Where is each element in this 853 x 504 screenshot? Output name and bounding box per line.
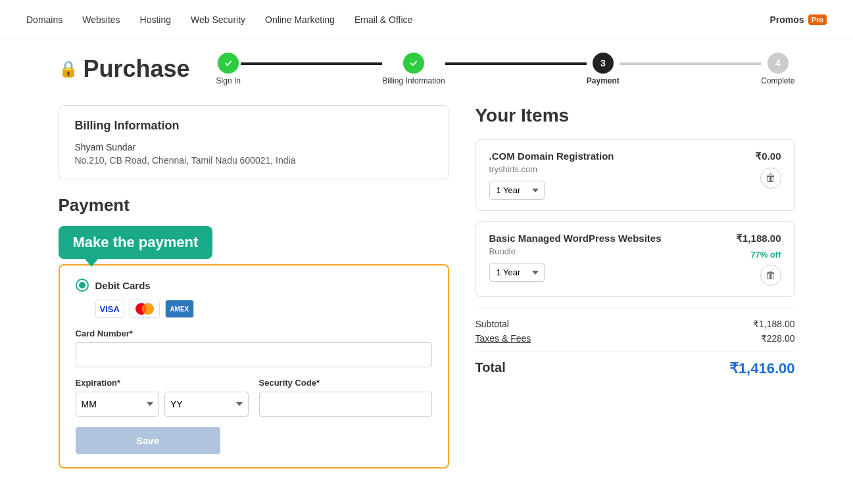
item-1-name: Basic Managed WordPress Websites (489, 233, 737, 244)
billing-name: Shyam Sundar (75, 142, 433, 152)
lock-icon: 🔒 (59, 60, 78, 78)
right-column: Your Items .COM Domain Registration trys… (475, 105, 795, 469)
left-column: Billing Information Shyam Sundar No.210,… (59, 105, 449, 469)
item-card-0: .COM Domain Registration tryshirts.com 1… (475, 139, 795, 211)
debit-card-option[interactable]: Debit Cards (76, 279, 432, 292)
step-3-label: Payment (587, 76, 620, 85)
item-0-name: .COM Domain Registration (489, 150, 756, 162)
main-layout: Billing Information Shyam Sundar No.210,… (59, 105, 795, 469)
item-1-info: Basic Managed WordPress Websites Bundle … (489, 233, 737, 282)
totals-section: Subtotal ₹1,188.00 Taxes & Fees ₹228.00 … (475, 308, 795, 388)
taxes-value: ₹228.00 (761, 333, 795, 344)
step-1-circle (218, 53, 239, 74)
security-code-label: Security Code* (259, 378, 432, 388)
debit-cards-label: Debit Cards (95, 280, 151, 291)
step-2-circle (403, 53, 424, 74)
step-4-label: Complete (761, 76, 794, 85)
billing-address: No.210, CB Road, Chennai, Tamil Nadu 600… (75, 155, 433, 166)
line-3-4 (620, 62, 761, 65)
item-0-price: ₹0.00 (755, 150, 781, 162)
nav-domains[interactable]: Domains (26, 14, 62, 25)
pro-badge: Pro (808, 14, 827, 25)
subtotal-label: Subtotal (475, 319, 509, 329)
your-items-title: Your Items (475, 105, 795, 126)
payment-section-title: Payment (59, 195, 449, 216)
nav-hosting[interactable]: Hosting (140, 14, 171, 25)
step-2-label: Billing Information (382, 76, 445, 85)
subtotal-value: ₹1,188.00 (753, 319, 795, 329)
payment-form-card: Debit Cards VISA AMEX Card Numbe (59, 264, 449, 469)
radio-debit (76, 279, 89, 292)
expiration-label: Expiration* (76, 378, 249, 388)
line-1-2 (241, 62, 382, 65)
promos-button[interactable]: Promos Pro (770, 14, 827, 25)
visa-icon: VISA (95, 300, 124, 318)
item-0-year-wrap: 1 Year2 Years3 Years5 Years (489, 181, 756, 200)
expiration-month-select[interactable]: MM 010203 040506 070809 101112 (76, 392, 160, 417)
item-0-year-select[interactable]: 1 Year2 Years3 Years5 Years (489, 181, 545, 200)
payment-tooltip: Make the payment (59, 226, 213, 259)
total-value: ₹1,416.00 (729, 360, 795, 377)
step-4-circle: 4 (768, 53, 789, 74)
save-button[interactable]: Save (76, 427, 220, 454)
step-3-circle: 3 (593, 53, 614, 74)
mastercard-icon (130, 300, 160, 318)
item-0-right: ₹0.00 🗑 (755, 150, 781, 189)
item-card-1: Basic Managed WordPress Websites Bundle … (475, 221, 795, 297)
billing-info-card: Billing Information Shyam Sundar No.210,… (59, 105, 449, 179)
nav-email-office[interactable]: Email & Office (354, 14, 412, 25)
taxes-row: Taxes & Fees ₹228.00 (475, 333, 795, 344)
security-code-input[interactable] (259, 392, 432, 417)
svg-point-0 (222, 57, 235, 70)
step-complete: 4 Complete (761, 53, 794, 85)
total-label: Total (475, 360, 506, 377)
expiration-selects: MM 010203 040506 070809 101112 YY 202420… (76, 392, 249, 417)
item-1-sub: Bundle (489, 246, 737, 256)
item-1-year-wrap: 1 Year2 Years3 Years5 Years (489, 263, 737, 282)
card-icons: VISA AMEX (95, 300, 432, 318)
expiry-security-row: Expiration* MM 010203 040506 070809 1011… (76, 378, 432, 417)
nav-links: Domains Websites Hosting Web Security On… (26, 14, 412, 25)
total-row: Total ₹1,416.00 (475, 352, 795, 377)
subtotal-row: Subtotal ₹1,188.00 (475, 319, 795, 329)
line-2-3 (445, 62, 587, 65)
step-payment: 3 Payment (587, 53, 620, 85)
expiration-year-select[interactable]: YY 202420252026 2027202820292030 (164, 392, 249, 417)
nav-websites[interactable]: Websites (82, 14, 120, 25)
item-1-delete[interactable]: 🗑 (760, 265, 781, 286)
progress-steps: Sign In Billing Information 3 Payment 4 … (216, 53, 795, 85)
step-1-label: Sign In (216, 76, 241, 85)
security-code-group: Security Code* (259, 378, 432, 417)
item-0-info: .COM Domain Registration tryshirts.com 1… (489, 150, 756, 200)
step-signin: Sign In (216, 53, 241, 85)
billing-card-title: Billing Information (75, 119, 433, 133)
item-1-price: ₹1,188.00 (736, 233, 781, 244)
amex-icon: AMEX (165, 300, 194, 318)
nav-web-security[interactable]: Web Security (191, 14, 245, 25)
item-1-right: ₹1,188.00 77% off 🗑 (736, 233, 781, 286)
item-0-delete[interactable]: 🗑 (760, 168, 781, 189)
item-1-discount: 77% off (750, 250, 781, 260)
step-billing: Billing Information (382, 53, 445, 85)
card-number-label: Card Number* (76, 329, 432, 338)
purchase-title: 🔒 Purchase (59, 55, 190, 83)
item-0-sub: tryshirts.com (489, 164, 756, 174)
taxes-label: Taxes & Fees (475, 333, 531, 344)
expiration-group: Expiration* MM 010203 040506 070809 1011… (76, 378, 249, 417)
top-nav: Domains Websites Hosting Web Security On… (0, 0, 853, 39)
purchase-header: 🔒 Purchase Sign In Billing Information (59, 53, 795, 85)
card-number-input[interactable] (76, 342, 432, 367)
svg-point-1 (407, 57, 420, 70)
radio-inner (79, 282, 85, 288)
nav-online-marketing[interactable]: Online Marketing (265, 14, 335, 25)
item-1-year-select[interactable]: 1 Year2 Years3 Years5 Years (489, 263, 545, 282)
